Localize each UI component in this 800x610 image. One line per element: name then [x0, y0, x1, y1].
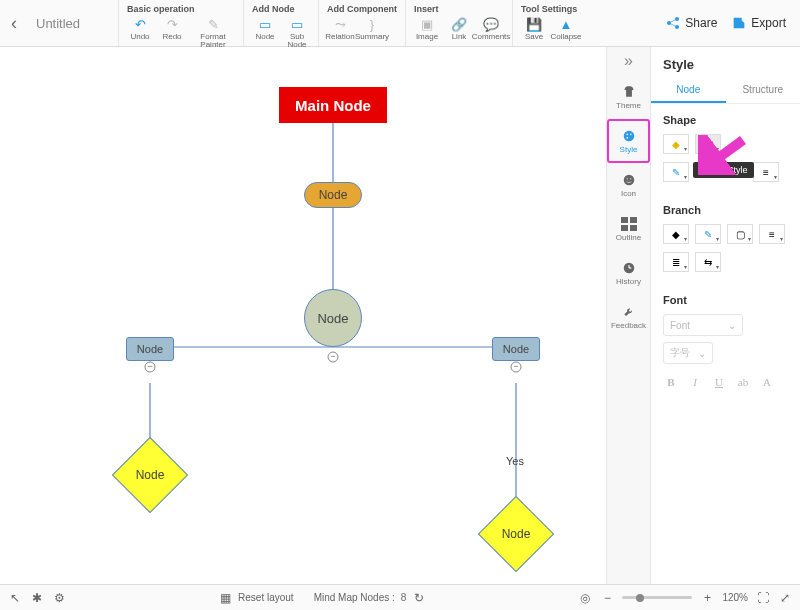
section-shape-title: Shape [663, 114, 788, 126]
svg-text:−: − [513, 361, 518, 371]
document-title[interactable]: Untitled [28, 0, 118, 46]
share-label: Share [685, 16, 717, 30]
branch-style1-control[interactable]: ≣▾ [663, 252, 689, 272]
shirt-icon [621, 85, 637, 99]
toolgroup-tool-settings: Tool Settings 💾Save ▲Collapse [512, 0, 587, 46]
export-button[interactable]: Export [731, 15, 786, 31]
toolgroup-add-node-title: Add Node [250, 2, 312, 17]
svg-line-3 [671, 20, 676, 23]
fill-color-control[interactable]: ◆▾ [663, 134, 689, 154]
undo-button[interactable]: ↶Undo [125, 17, 155, 49]
reset-layout-button[interactable]: Reset layout [238, 592, 294, 603]
toolgroup-tool-settings-title: Tool Settings [519, 2, 581, 17]
rail-outline[interactable]: Outline [607, 207, 650, 251]
rail-history[interactable]: History [607, 251, 650, 295]
toolgroup-basic: Basic operation ↶Undo ↷Redo ✎Format Pain… [118, 0, 243, 46]
zoom-out-button[interactable]: − [600, 591, 614, 605]
summary-button[interactable]: }Summary [357, 17, 387, 41]
settings-icon[interactable]: ✱ [30, 591, 44, 605]
underline-button[interactable]: U [711, 374, 727, 390]
svg-point-22 [626, 136, 628, 138]
tab-structure[interactable]: Structure [726, 80, 801, 103]
share-button[interactable]: Share [665, 15, 717, 31]
main-node[interactable]: Main Node [279, 87, 387, 123]
add-node-button[interactable]: ▭Node [250, 17, 280, 49]
nodes-count: 8 [401, 592, 407, 603]
insert-comments-button[interactable]: 💬Comments [476, 17, 506, 41]
border-style-control[interactable]: ≡▾ [753, 162, 779, 182]
svg-line-29 [706, 140, 743, 167]
insert-link-button[interactable]: 🔗Link [444, 17, 474, 41]
rail-style[interactable]: Style [607, 119, 650, 163]
zoom-slider[interactable] [622, 596, 692, 599]
refresh-icon[interactable]: ↻ [412, 591, 426, 605]
save-button[interactable]: 💾Save [519, 17, 549, 41]
insert-image-button[interactable]: ▣Image [412, 17, 442, 41]
collapse-button[interactable]: ▲Collapse [551, 17, 581, 41]
svg-point-0 [667, 21, 671, 25]
svg-point-2 [675, 25, 679, 29]
panel-title: Style [651, 53, 800, 80]
diamond-left-label: Node [136, 468, 165, 482]
back-button[interactable]: ‹ [0, 0, 28, 46]
grid-icon [621, 217, 637, 231]
side-rail: » Theme Style Icon Outline History Feedb… [606, 47, 650, 584]
branch-align-control[interactable]: ≡▾ [759, 224, 785, 244]
font-color-button[interactable]: A [759, 374, 775, 390]
rail-feedback[interactable]: Feedback [607, 295, 650, 339]
border-color-control[interactable]: ✎▾ [663, 162, 689, 182]
toolgroup-add-component-title: Add Component [325, 2, 399, 17]
toolgroup-add-node: Add Node ▭Node ▭Sub Node [243, 0, 318, 46]
svg-point-25 [630, 178, 631, 179]
node-diamond-right[interactable]: Node [489, 507, 543, 561]
font-family-select[interactable]: Font⌄ [663, 314, 743, 336]
nav-icon[interactable]: ↖ [8, 591, 22, 605]
toolgroup-add-component: Add Component ⤳Relation }Summary [318, 0, 405, 46]
lowercase-button[interactable]: ab [735, 374, 751, 390]
zoom-value: 120% [722, 592, 748, 603]
format-painter-button[interactable]: ✎Format Painter [189, 17, 237, 49]
svg-point-15 [511, 362, 521, 372]
node-rect-left[interactable]: Node [126, 337, 174, 361]
add-sub-node-button[interactable]: ▭Sub Node [282, 17, 312, 49]
node-circle[interactable]: Node [304, 289, 362, 347]
relation-button[interactable]: ⤳Relation [325, 17, 355, 41]
export-label: Export [751, 16, 786, 30]
rail-icon[interactable]: Icon [607, 163, 650, 207]
svg-point-19 [623, 130, 634, 141]
clock-icon [621, 261, 637, 275]
node-pill[interactable]: Node [304, 182, 362, 208]
wrench-icon [621, 305, 637, 319]
branch-style2-control[interactable]: ⇆▾ [695, 252, 721, 272]
search-status-icon[interactable]: ⚙ [52, 591, 66, 605]
svg-point-13 [328, 352, 338, 362]
center-icon[interactable]: ◎ [578, 591, 592, 605]
diagram-canvas[interactable]: − − − Main Node Node Node Node Node Node… [0, 47, 606, 584]
italic-button[interactable]: I [687, 374, 703, 390]
toolgroup-basic-title: Basic operation [125, 2, 237, 17]
rail-collapse-button[interactable]: » [607, 47, 650, 75]
node-rect-right[interactable]: Node [492, 337, 540, 361]
node-diamond-left[interactable]: Node [123, 448, 177, 502]
svg-line-4 [671, 24, 676, 27]
tab-node[interactable]: Node [651, 80, 726, 103]
branch-border-control[interactable]: ▢▾ [727, 224, 753, 244]
top-toolbar: ‹ Untitled Basic operation ↶Undo ↷Redo ✎… [0, 0, 800, 47]
branch-fill-control[interactable]: ◆▾ [663, 224, 689, 244]
rail-theme[interactable]: Theme [607, 75, 650, 119]
export-icon [731, 15, 747, 31]
smiley-icon [621, 173, 637, 187]
layout-icon[interactable]: ▦ [218, 591, 232, 605]
font-size-select[interactable]: 字号⌄ [663, 342, 713, 364]
bold-button[interactable]: B [663, 374, 679, 390]
zoom-in-button[interactable]: + [700, 591, 714, 605]
fit-icon[interactable]: ⛶ [756, 591, 770, 605]
redo-button[interactable]: ↷Redo [157, 17, 187, 49]
section-font-title: Font [663, 294, 788, 306]
svg-point-23 [623, 174, 634, 185]
fullscreen-icon[interactable]: ⤢ [778, 591, 792, 605]
branch-line-color-control[interactable]: ✎▾ [695, 224, 721, 244]
share-icon [665, 15, 681, 31]
svg-point-14 [145, 362, 155, 372]
style-panel: Style Node Structure Shape ◆▾ ◧▾ ✎▾ Shap… [650, 47, 800, 584]
